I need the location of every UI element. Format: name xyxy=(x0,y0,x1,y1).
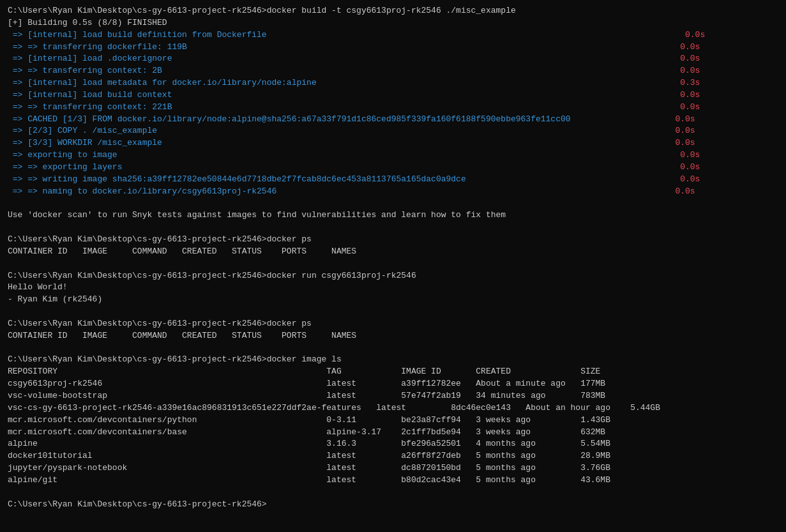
terminal-line: vsc-volume-bootstrap latest 57e747f2ab19… xyxy=(8,391,605,400)
terminal-line: REPOSITORY TAG IMAGE ID CREATED SIZE xyxy=(8,367,600,376)
terminal-line: CONTAINER ID IMAGE COMMAND CREATED STATU… xyxy=(8,247,356,256)
terminal-line: [+] Building 0.5s (8/8) FINISHED xyxy=(8,18,167,27)
terminal-line: => => exporting layers 0.0s xyxy=(8,162,700,172)
terminal-line: jupyter/pyspark-notebook latest dc887201… xyxy=(8,463,610,473)
terminal-line: csgy6613proj-rk2546 latest a39ff12782ee … xyxy=(8,379,605,388)
terminal-line: => => writing image sha256:a39ff12782ee5… xyxy=(8,174,700,184)
terminal-line: => [2/3] COPY . /misc_example 0.0s xyxy=(8,126,695,135)
terminal-line: alpine/git latest b80d2cac43e4 5 months … xyxy=(8,475,610,485)
terminal-line: mcr.microsoft.com/devcontainers/python 0… xyxy=(8,415,610,425)
terminal-line: => [internal] load build context 0.0s xyxy=(8,90,700,100)
terminal-line: => [internal] load .dockerignore 0.0s xyxy=(8,54,700,63)
terminal-line: => => transferring context: 221B 0.0s xyxy=(8,102,700,112)
terminal-line: mcr.microsoft.com/devcontainers/base alp… xyxy=(8,427,605,437)
terminal-line: => CACHED [1/3] FROM docker.io/library/n… xyxy=(8,114,695,124)
terminal-line: Use 'docker scan' to run Snyk tests agai… xyxy=(8,210,506,220)
terminal-line: => [internal] load build definition from… xyxy=(8,30,705,40)
terminal-line: => exporting to image 0.0s xyxy=(8,150,700,160)
terminal-line: C:\Users\Ryan Kim\Desktop\cs-gy-6613-pro… xyxy=(8,234,312,244)
terminal-line: => [3/3] WORKDIR /misc_example 0.0s xyxy=(8,138,695,148)
terminal-line: Hello World! xyxy=(8,282,68,292)
terminal-line: - Ryan Kim (rk2546) xyxy=(8,294,102,304)
terminal-line: => => transferring context: 2B 0.0s xyxy=(8,66,700,75)
terminal-line: CONTAINER ID IMAGE COMMAND CREATED STATU… xyxy=(8,331,356,340)
terminal-line: docker101tutorial latest a26ff8f27deb 5 … xyxy=(8,451,610,460)
terminal-line: C:\Users\Ryan Kim\Desktop\cs-gy-6613-pro… xyxy=(8,6,516,15)
terminal-line: C:\Users\Ryan Kim\Desktop\cs-gy-6613-pro… xyxy=(8,271,416,280)
terminal-line: vsc-cs-gy-6613-project-rk2546-a339e16ac8… xyxy=(8,403,660,413)
terminal-line: alpine 3.16.3 bfe296a52501 4 months ago … xyxy=(8,439,610,448)
terminal-line: => => naming to docker.io/library/csgy66… xyxy=(8,186,695,196)
terminal-line: => => transferring dockerfile: 119B 0.0s xyxy=(8,42,700,52)
terminal-line: => [internal] load metadata for docker.i… xyxy=(8,78,700,87)
terminal-window: C:\Users\Ryan Kim\Desktop\cs-gy-6613-pro… xyxy=(0,0,786,515)
terminal-line: C:\Users\Ryan Kim\Desktop\cs-gy-6613-pro… xyxy=(8,499,267,509)
terminal-line: C:\Users\Ryan Kim\Desktop\cs-gy-6613-pro… xyxy=(8,319,312,328)
terminal-line: C:\Users\Ryan Kim\Desktop\cs-gy-6613-pro… xyxy=(8,354,342,364)
